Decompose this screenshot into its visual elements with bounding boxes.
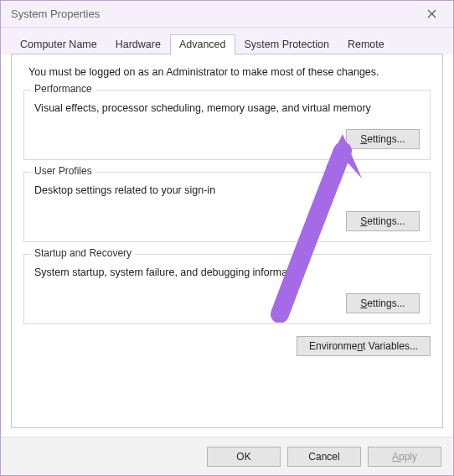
tab-hardware[interactable]: Hardware (106, 34, 170, 54)
user-profiles-legend: User Profiles (31, 165, 95, 177)
user-profiles-settings-button[interactable]: Settings... (346, 211, 420, 231)
ok-button[interactable]: OK (207, 447, 281, 467)
environment-variables-button[interactable]: Environment Variables... (297, 336, 431, 356)
titlebar: System Properties (1, 1, 453, 28)
startup-recovery-settings-button[interactable]: Settings... (346, 293, 420, 313)
startup-recovery-group: Startup and Recovery System startup, sys… (23, 254, 431, 324)
performance-group: Performance Visual effects, processor sc… (23, 90, 431, 160)
startup-recovery-desc: System startup, system failure, and debu… (34, 266, 420, 278)
performance-desc: Visual effects, processor scheduling, me… (34, 102, 420, 114)
performance-legend: Performance (31, 83, 95, 95)
tabstrip: Computer Name Hardware Advanced System P… (1, 28, 453, 54)
tab-advanced[interactable]: Advanced (170, 34, 235, 55)
dialog-footer: OK Cancel Apply (1, 437, 453, 475)
system-properties-window: System Properties Computer Name Hardware… (0, 0, 454, 476)
close-icon (427, 9, 436, 18)
user-profiles-group: User Profiles Desktop settings related t… (23, 172, 431, 242)
performance-settings-button[interactable]: Settings... (346, 129, 420, 149)
apply-button[interactable]: Apply (368, 447, 441, 467)
tab-remote[interactable]: Remote (338, 34, 394, 54)
close-button[interactable] (415, 3, 448, 26)
cancel-button[interactable]: Cancel (287, 447, 361, 467)
tab-system-protection[interactable]: System Protection (235, 34, 338, 54)
window-title: System Properties (11, 8, 415, 20)
intro-text: You must be logged on as an Administrato… (28, 66, 427, 78)
advanced-panel: You must be logged on as an Administrato… (11, 54, 443, 428)
tab-computer-name[interactable]: Computer Name (11, 34, 106, 54)
startup-recovery-legend: Startup and Recovery (31, 247, 135, 259)
user-profiles-desc: Desktop settings related to your sign-in (34, 184, 420, 196)
